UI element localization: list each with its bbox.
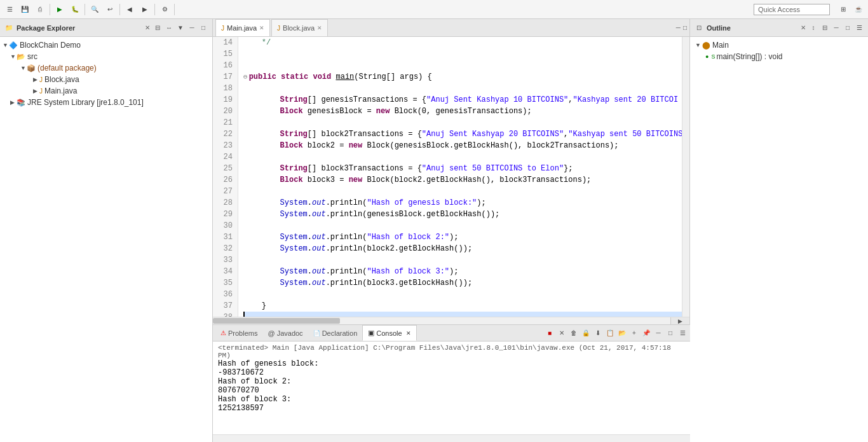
package-explorer-title: Package Explorer: [17, 24, 142, 32]
toolbar-perspective-btn[interactable]: ⊞: [836, 3, 850, 17]
console-output-line-5: Hash of block 3:: [218, 395, 685, 404]
console-tab-close[interactable]: ✕: [406, 330, 411, 336]
tab-block-java[interactable]: J Block.java ✕: [271, 19, 328, 36]
collapse-all-btn[interactable]: ⊟: [153, 23, 163, 33]
outline-method-main[interactable]: ● S main(String[]) : void: [693, 51, 865, 62]
console-output-line-2: -983710672: [218, 368, 685, 377]
console-copy-btn[interactable]: 📋: [605, 328, 615, 338]
console-remove-btn[interactable]: ✕: [557, 328, 567, 338]
toolbar-java-btn[interactable]: ☕: [851, 3, 865, 17]
code-line-29: System.out.println(genesisBlock.getBlock…: [243, 209, 682, 220]
editor-vertical-scrollbar[interactable]: [682, 37, 689, 317]
toolbar-print-btn[interactable]: ⎙: [33, 3, 47, 17]
tab-console[interactable]: ▣ Console ✕: [362, 325, 416, 341]
project-label: BlockChain Demo: [20, 41, 81, 50]
code-line-34: System.out.println("Hash of block 3:");: [243, 266, 682, 277]
block-java-tab-close[interactable]: ✕: [317, 25, 322, 31]
main-java-tab-icon: J: [221, 25, 224, 32]
package-explorer-panel: 📁 Package Explorer ✕ ⊟ ↔ ▼ ─ □ ▼ 🔷 Block…: [0, 19, 213, 442]
package-icon: 📦: [27, 64, 36, 73]
outline-class-main[interactable]: ▼ ⬤ Main: [693, 39, 865, 51]
tab-maximize-btn[interactable]: □: [683, 24, 687, 31]
tab-controls: ─ □: [676, 24, 687, 31]
code-line-27: [243, 186, 682, 197]
jre-arrow: ▶: [10, 99, 17, 106]
maximize-btn[interactable]: □: [198, 23, 208, 33]
outline-class-label: Main: [712, 41, 729, 50]
console-label: Console: [376, 329, 402, 337]
console-terminated-line: <terminated> Main [Java Application] C:\…: [218, 344, 685, 359]
tab-javadoc[interactable]: @ Javadoc: [262, 325, 308, 341]
editor-horizontal-scrollbar[interactable]: ▶: [213, 317, 689, 324]
toolbar-debug-btn[interactable]: 🐛: [68, 3, 82, 17]
outline-minimize-btn[interactable]: ─: [831, 23, 841, 33]
problems-icon: ⚠: [220, 329, 226, 336]
console-stop-btn[interactable]: ■: [545, 328, 555, 338]
main-java-tab-label: Main.java: [227, 24, 257, 32]
code-line-26: Block block3 = new Block(block2.getBlock…: [243, 174, 682, 186]
toolbar-refactor-btn[interactable]: ↩: [103, 3, 117, 17]
code-line-19: String[] genesisTransactions = {"Anuj Se…: [243, 94, 682, 106]
console-horizontal-scrollbar[interactable]: [213, 434, 690, 442]
console-open-btn[interactable]: 📂: [617, 328, 627, 338]
block-java-tab-icon: J: [277, 25, 280, 32]
main-java-tab-close[interactable]: ✕: [259, 25, 264, 31]
console-output-line-4: 807670270: [218, 386, 685, 395]
tree-jre[interactable]: ▶ 📚 JRE System Library [jre1.8.0_101]: [0, 97, 212, 108]
code-line-18: [243, 83, 682, 94]
outline-filter-btn[interactable]: ⊟: [820, 23, 830, 33]
tree-main-java[interactable]: ▶ J Main.java: [0, 85, 212, 97]
tree-block-java[interactable]: ▶ J Block.java: [0, 74, 212, 85]
minimize-btn[interactable]: ─: [187, 23, 197, 33]
tree-project[interactable]: ▼ 🔷 BlockChain Demo: [0, 39, 212, 51]
code-line-16: [243, 60, 682, 71]
main-layout: 📁 Package Explorer ✕ ⊟ ↔ ▼ ─ □ ▼ 🔷 Block…: [0, 19, 868, 442]
toolbar-build-btn[interactable]: ⚙: [158, 3, 172, 17]
view-menu-btn[interactable]: ▼: [175, 23, 186, 33]
toolbar-prev-btn[interactable]: ◀: [123, 3, 137, 17]
code-editor[interactable]: 1415161718 1920212223 2425262728 2930313…: [213, 37, 689, 317]
console-output-line-3: Hash of block 2:: [218, 377, 685, 386]
code-line-24: [243, 151, 682, 163]
code-line-23: Block block2 = new Block(genesisBlock.ge…: [243, 140, 682, 151]
console-minimize[interactable]: ─: [653, 328, 663, 338]
package-explorer-header: 📁 Package Explorer ✕ ⊟ ↔ ▼ ─ □: [0, 19, 212, 37]
link-editor-btn[interactable]: ↔: [164, 23, 174, 33]
javadoc-icon: @: [268, 329, 275, 337]
code-line-14: */: [243, 37, 682, 48]
toolbar-save-btn[interactable]: 💾: [18, 3, 32, 17]
outline-sort-btn[interactable]: ↕: [808, 23, 818, 33]
toolbar-search-btn[interactable]: 🔍: [88, 3, 102, 17]
console-pin-btn[interactable]: 📌: [641, 328, 651, 338]
outline-menu-btn[interactable]: ☰: [854, 23, 864, 33]
tab-main-java[interactable]: J Main.java ✕: [215, 19, 270, 36]
console-clear-btn[interactable]: 🗑: [569, 328, 579, 338]
package-explorer-close-btn[interactable]: ✕: [145, 24, 150, 31]
tree-src[interactable]: ▼ 📂 src: [0, 51, 212, 62]
console-menu[interactable]: ☰: [677, 328, 688, 338]
tree-default-package[interactable]: ▼ 📦 (default package): [0, 62, 212, 74]
declaration-icon: 📄: [313, 330, 320, 336]
code-line-31: System.out.println("Hash of block 2:");: [243, 231, 682, 243]
toolbar-run-btn[interactable]: ▶: [53, 3, 67, 17]
console-scroll-end-btn[interactable]: ⬇: [593, 328, 603, 338]
tab-declaration[interactable]: 📄 Declaration: [308, 325, 363, 341]
code-line-32: System.out.println(block2.getBlockHash()…: [243, 243, 682, 254]
tab-problems[interactable]: ⚠ Problems: [215, 325, 262, 341]
outline-close-btn[interactable]: ✕: [801, 24, 806, 31]
console-new-btn[interactable]: +: [629, 328, 639, 338]
block-java-label: Block.java: [44, 75, 79, 84]
console-scroll-lock-btn[interactable]: 🔒: [581, 328, 591, 338]
outline-sync-icon: ⊡: [694, 23, 704, 33]
code-line-30: [243, 220, 682, 231]
toolbar-next-btn[interactable]: ▶: [138, 3, 152, 17]
outline-maximize-btn[interactable]: □: [843, 23, 853, 33]
console-maximize[interactable]: □: [665, 328, 675, 338]
javadoc-label: Javadoc: [277, 329, 303, 337]
code-content-area[interactable]: */ ⊖ public static void main(String[] ar…: [238, 37, 682, 317]
tab-minimize-btn[interactable]: ─: [676, 24, 681, 31]
panel-icons: ⊟ ↔ ▼ ─ □: [153, 23, 208, 33]
toolbar-new-btn[interactable]: ☰: [3, 3, 17, 17]
quick-access-input[interactable]: Quick Access: [754, 4, 830, 15]
code-line-33: [243, 254, 682, 266]
